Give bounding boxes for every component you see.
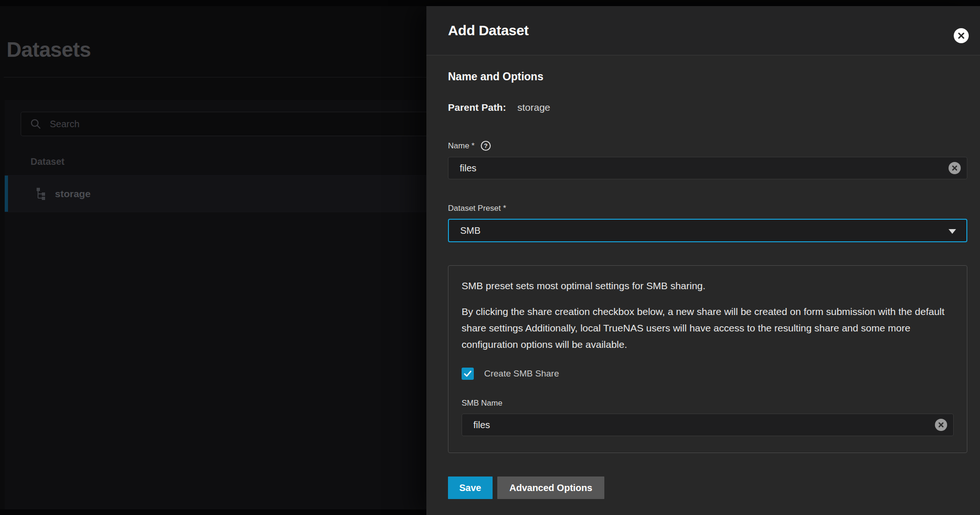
panel-title: Add Dataset xyxy=(448,23,529,38)
clear-name-icon[interactable] xyxy=(949,162,961,174)
create-smb-share-checkbox[interactable] xyxy=(462,368,474,380)
dataset-tree-icon xyxy=(34,187,47,200)
smb-name-input-wrap xyxy=(462,414,954,436)
save-button[interactable]: Save xyxy=(448,477,493,499)
panel-body: Name and Options Parent Path: storage Na… xyxy=(426,55,980,515)
chevron-down-icon xyxy=(949,229,956,234)
selected-row-indicator xyxy=(5,176,8,212)
preset-field-label-row: Dataset Preset * xyxy=(448,204,967,213)
search-icon xyxy=(30,118,42,130)
dataset-preset-select[interactable]: SMB xyxy=(448,219,967,242)
preset-selected-value: SMB xyxy=(460,225,480,236)
page-title: Datasets xyxy=(7,38,91,61)
close-icon xyxy=(957,32,965,39)
form-actions: Save Advanced Options xyxy=(448,477,967,499)
section-title: Name and Options xyxy=(448,70,967,83)
preset-field-label: Dataset Preset * xyxy=(448,204,506,213)
add-dataset-panel: Add Dataset Name and Options Parent Path… xyxy=(426,6,980,515)
panel-header: Add Dataset xyxy=(426,6,980,55)
parent-path-label: Parent Path: xyxy=(448,102,506,113)
name-field-label: Name * xyxy=(448,141,475,151)
name-field-label-row: Name * ? xyxy=(448,140,967,151)
create-smb-share-row: Create SMB Share xyxy=(462,368,954,380)
advanced-options-button[interactable]: Advanced Options xyxy=(497,477,605,499)
screen: Datasets Search Dataset xyxy=(0,0,980,515)
name-input[interactable] xyxy=(448,157,967,179)
smb-name-input[interactable] xyxy=(462,414,954,436)
parent-path-row: Parent Path: storage xyxy=(448,102,967,113)
create-smb-share-label: Create SMB Share xyxy=(484,369,559,379)
info-text-line2: By clicking the share creation checkbox … xyxy=(462,303,954,353)
smb-preset-info-box: SMB preset sets most optimal settings fo… xyxy=(448,265,967,453)
checkmark-icon xyxy=(463,369,472,378)
column-header-dataset: Dataset xyxy=(31,156,64,167)
info-text-line1: SMB preset sets most optimal settings fo… xyxy=(462,280,954,292)
help-icon[interactable]: ? xyxy=(480,140,491,151)
search-input[interactable]: Search xyxy=(50,119,79,130)
name-input-wrap xyxy=(448,157,967,179)
close-button[interactable] xyxy=(954,28,969,43)
parent-path-value: storage xyxy=(517,102,550,113)
smb-name-label: SMB Name xyxy=(462,399,954,408)
svg-text:?: ? xyxy=(484,142,487,149)
dataset-row-label: storage xyxy=(55,188,91,200)
